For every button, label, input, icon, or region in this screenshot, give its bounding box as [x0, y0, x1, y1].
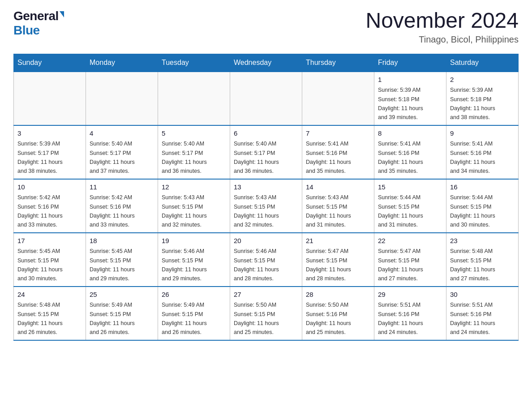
day-info: Sunrise: 5:49 AMSunset: 5:15 PMDaylight:… [90, 302, 135, 335]
calendar-cell: 3Sunrise: 5:39 AMSunset: 5:17 PMDaylight… [14, 125, 86, 179]
day-number: 2 [450, 75, 515, 85]
day-info: Sunrise: 5:42 AMSunset: 5:16 PMDaylight:… [90, 194, 135, 228]
day-number: 17 [17, 236, 82, 246]
day-info: Sunrise: 5:41 AMSunset: 5:16 PMDaylight:… [378, 141, 423, 174]
day-number: 3 [17, 128, 82, 139]
day-number: 7 [306, 128, 370, 139]
calendar-cell: 28Sunrise: 5:50 AMSunset: 5:16 PMDayligh… [302, 287, 374, 340]
day-number: 5 [162, 128, 226, 139]
day-number: 16 [450, 182, 515, 193]
day-info: Sunrise: 5:43 AMSunset: 5:15 PMDaylight:… [234, 194, 279, 228]
calendar-cell: 22Sunrise: 5:47 AMSunset: 5:15 PMDayligh… [374, 233, 446, 287]
day-info: Sunrise: 5:46 AMSunset: 5:15 PMDaylight:… [162, 248, 207, 282]
calendar-cell: 1Sunrise: 5:39 AMSunset: 5:18 PMDaylight… [374, 72, 446, 125]
day-number: 10 [17, 182, 82, 193]
calendar-cell: 5Sunrise: 5:40 AMSunset: 5:17 PMDaylight… [158, 125, 230, 179]
calendar-week-row: 17Sunrise: 5:45 AMSunset: 5:15 PMDayligh… [14, 233, 519, 287]
day-info: Sunrise: 5:45 AMSunset: 5:15 PMDaylight:… [90, 248, 135, 282]
day-info: Sunrise: 5:39 AMSunset: 5:17 PMDaylight:… [17, 141, 63, 174]
day-info: Sunrise: 5:50 AMSunset: 5:15 PMDaylight:… [234, 302, 279, 335]
day-number: 1 [378, 75, 442, 85]
day-info: Sunrise: 5:51 AMSunset: 5:16 PMDaylight:… [378, 302, 423, 335]
calendar-week-row: 1Sunrise: 5:39 AMSunset: 5:18 PMDaylight… [14, 72, 519, 125]
day-number: 6 [234, 128, 298, 139]
weekday-header-thursday: Thursday [302, 54, 374, 72]
day-info: Sunrise: 5:40 AMSunset: 5:17 PMDaylight:… [162, 141, 207, 174]
calendar-cell: 23Sunrise: 5:48 AMSunset: 5:15 PMDayligh… [446, 233, 519, 287]
calendar-cell: 26Sunrise: 5:49 AMSunset: 5:15 PMDayligh… [158, 287, 230, 340]
calendar-cell: 17Sunrise: 5:45 AMSunset: 5:15 PMDayligh… [14, 233, 86, 287]
calendar-cell: 9Sunrise: 5:41 AMSunset: 5:16 PMDaylight… [446, 125, 519, 179]
calendar-cell: 29Sunrise: 5:51 AMSunset: 5:16 PMDayligh… [374, 287, 446, 340]
calendar-cell: 2Sunrise: 5:39 AMSunset: 5:18 PMDaylight… [446, 72, 519, 125]
day-info: Sunrise: 5:48 AMSunset: 5:15 PMDaylight:… [450, 248, 495, 282]
month-title: November 2024 [365, 9, 519, 33]
calendar-table: SundayMondayTuesdayWednesdayThursdayFrid… [13, 54, 519, 341]
day-number: 19 [162, 236, 226, 246]
calendar-cell: 21Sunrise: 5:47 AMSunset: 5:15 PMDayligh… [302, 233, 374, 287]
day-info: Sunrise: 5:51 AMSunset: 5:16 PMDaylight:… [450, 302, 495, 335]
day-info: Sunrise: 5:39 AMSunset: 5:18 PMDaylight:… [450, 87, 495, 120]
calendar-cell: 15Sunrise: 5:44 AMSunset: 5:15 PMDayligh… [374, 179, 446, 233]
calendar-cell: 13Sunrise: 5:43 AMSunset: 5:15 PMDayligh… [230, 179, 302, 233]
weekday-header-friday: Friday [374, 54, 446, 72]
calendar-cell: 11Sunrise: 5:42 AMSunset: 5:16 PMDayligh… [86, 179, 158, 233]
calendar-cell: 16Sunrise: 5:44 AMSunset: 5:15 PMDayligh… [446, 179, 519, 233]
day-number: 26 [162, 290, 226, 300]
day-number: 13 [234, 182, 298, 193]
day-number: 11 [90, 182, 154, 193]
day-number: 4 [90, 128, 154, 139]
day-number: 27 [234, 290, 298, 300]
logo-arrow-icon [60, 11, 64, 17]
day-info: Sunrise: 5:44 AMSunset: 5:15 PMDaylight:… [450, 194, 495, 228]
calendar-cell: 4Sunrise: 5:40 AMSunset: 5:17 PMDaylight… [86, 125, 158, 179]
day-info: Sunrise: 5:50 AMSunset: 5:16 PMDaylight:… [306, 302, 351, 335]
day-info: Sunrise: 5:47 AMSunset: 5:15 PMDaylight:… [306, 248, 351, 282]
weekday-header-wednesday: Wednesday [230, 54, 302, 72]
day-info: Sunrise: 5:44 AMSunset: 5:15 PMDaylight:… [378, 194, 423, 228]
day-info: Sunrise: 5:42 AMSunset: 5:16 PMDaylight:… [17, 194, 63, 228]
calendar-header-row: SundayMondayTuesdayWednesdayThursdayFrid… [14, 54, 519, 72]
weekday-header-sunday: Sunday [14, 54, 86, 72]
title-section: November 2024 Tinago, Bicol, Philippines [365, 9, 519, 45]
calendar-week-row: 10Sunrise: 5:42 AMSunset: 5:16 PMDayligh… [14, 179, 519, 233]
calendar-cell: 27Sunrise: 5:50 AMSunset: 5:15 PMDayligh… [230, 287, 302, 340]
calendar-cell: 20Sunrise: 5:46 AMSunset: 5:15 PMDayligh… [230, 233, 302, 287]
calendar-cell: 19Sunrise: 5:46 AMSunset: 5:15 PMDayligh… [158, 233, 230, 287]
calendar-week-row: 24Sunrise: 5:48 AMSunset: 5:15 PMDayligh… [14, 287, 519, 340]
day-number: 22 [378, 236, 442, 246]
day-info: Sunrise: 5:43 AMSunset: 5:15 PMDaylight:… [306, 194, 351, 228]
location-title: Tinago, Bicol, Philippines [365, 34, 519, 45]
day-info: Sunrise: 5:49 AMSunset: 5:15 PMDaylight:… [162, 302, 207, 335]
day-info: Sunrise: 5:40 AMSunset: 5:17 PMDaylight:… [90, 141, 135, 174]
weekday-header-tuesday: Tuesday [158, 54, 230, 72]
day-info: Sunrise: 5:41 AMSunset: 5:16 PMDaylight:… [306, 141, 351, 174]
day-number: 24 [17, 290, 82, 300]
weekday-header-saturday: Saturday [446, 54, 519, 72]
day-number: 29 [378, 290, 442, 300]
day-info: Sunrise: 5:43 AMSunset: 5:15 PMDaylight:… [162, 194, 207, 228]
calendar-cell: 6Sunrise: 5:40 AMSunset: 5:17 PMDaylight… [230, 125, 302, 179]
day-number: 18 [90, 236, 154, 246]
day-number: 9 [450, 128, 515, 139]
day-number: 28 [306, 290, 370, 300]
logo-general-text: General [13, 9, 59, 23]
day-number: 12 [162, 182, 226, 193]
day-number: 8 [378, 128, 442, 139]
day-info: Sunrise: 5:41 AMSunset: 5:16 PMDaylight:… [450, 141, 495, 174]
day-info: Sunrise: 5:45 AMSunset: 5:15 PMDaylight:… [17, 248, 63, 282]
day-info: Sunrise: 5:48 AMSunset: 5:15 PMDaylight:… [17, 302, 63, 335]
day-number: 25 [90, 290, 154, 300]
day-info: Sunrise: 5:39 AMSunset: 5:18 PMDaylight:… [378, 87, 423, 120]
page-header: General Blue November 2024 Tinago, Bicol… [13, 9, 519, 45]
day-number: 14 [306, 182, 370, 193]
day-number: 21 [306, 236, 370, 246]
weekday-header-monday: Monday [86, 54, 158, 72]
calendar-cell [230, 72, 302, 125]
calendar-cell [158, 72, 230, 125]
calendar-cell: 24Sunrise: 5:48 AMSunset: 5:15 PMDayligh… [14, 287, 86, 340]
calendar-cell: 30Sunrise: 5:51 AMSunset: 5:16 PMDayligh… [446, 287, 519, 340]
calendar-cell: 18Sunrise: 5:45 AMSunset: 5:15 PMDayligh… [86, 233, 158, 287]
day-info: Sunrise: 5:47 AMSunset: 5:15 PMDaylight:… [378, 248, 423, 282]
day-number: 20 [234, 236, 298, 246]
